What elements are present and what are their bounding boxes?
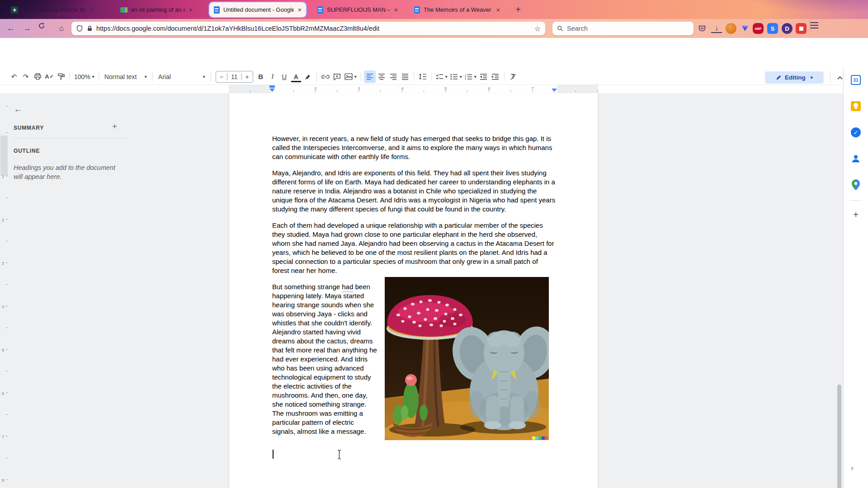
search-bar[interactable]: Search <box>552 22 693 35</box>
left-indent-marker[interactable] <box>269 89 275 92</box>
italic-button[interactable]: I <box>267 70 278 83</box>
zoom-select[interactable]: 100%▾ <box>73 70 96 83</box>
align-center-button[interactable] <box>376 70 387 83</box>
toolbar-separator <box>70 72 70 81</box>
paragraph[interactable]: Each of them had developed a unique rela… <box>272 221 556 275</box>
bold-button[interactable]: B <box>255 70 267 83</box>
paragraph-text[interactable]: been happening lately. Maya started hear… <box>272 283 377 435</box>
undo-button[interactable]: ↶ <box>8 70 20 83</box>
font-select[interactable]: Arial▾ <box>156 70 208 83</box>
paragraph-text[interactable]: But something strange <box>272 283 342 291</box>
font-size-stepper[interactable]: − 11 + <box>216 71 253 83</box>
tab-untitled-document-active[interactable]: Untitled document - Google Doc × <box>209 2 306 17</box>
close-icon[interactable]: × <box>393 6 399 14</box>
text-color-button[interactable]: A <box>290 70 302 83</box>
clear-formatting-button[interactable] <box>507 70 519 83</box>
menu-hamburger-icon[interactable] <box>810 22 823 35</box>
add-summary-icon[interactable]: + <box>112 122 117 131</box>
tasks-icon[interactable]: ✓ <box>850 127 862 138</box>
bulleted-list-button[interactable]: ▾ <box>449 70 463 83</box>
numbered-list-button[interactable]: 123 ▾ <box>463 70 478 83</box>
maps-icon[interactable] <box>850 179 862 191</box>
add-addon-icon[interactable]: + <box>850 209 862 221</box>
vertical-scrollbar-thumb[interactable] <box>837 385 841 488</box>
redo-button[interactable]: ↷ <box>20 70 32 83</box>
align-right-button[interactable] <box>387 70 399 83</box>
close-icon[interactable]: × <box>297 6 302 14</box>
toolbar-separator <box>316 72 317 81</box>
toolbar-separator <box>414 72 414 81</box>
browser-nav-bar: ← → ⌂ https://docs.google.com/document/d… <box>0 19 868 38</box>
document-text[interactable]: However, in recent years, a new field of… <box>272 134 556 444</box>
underline-button[interactable]: U <box>278 70 290 83</box>
checklist-button[interactable]: ▾ <box>434 70 449 83</box>
close-icon[interactable]: × <box>188 6 193 14</box>
pocket-icon[interactable] <box>697 23 708 34</box>
right-indent-marker[interactable] <box>552 89 557 92</box>
hide-side-panel-icon[interactable]: › <box>851 464 854 473</box>
contacts-icon[interactable] <box>850 153 862 164</box>
paragraph-style-select[interactable]: Normal text▾ <box>102 70 150 83</box>
lock-icon <box>87 25 93 32</box>
paragraph[interactable]: However, in recent years, a new field of… <box>272 134 556 161</box>
toolbar-separator <box>99 72 99 81</box>
paint-format-button[interactable] <box>55 70 67 83</box>
highlight-color-button[interactable] <box>302 70 314 83</box>
reload-button[interactable] <box>38 22 51 35</box>
keep-icon[interactable] <box>850 100 862 112</box>
url-bar[interactable]: https://docs.google.com/document/d/1Z1ok… <box>71 22 545 35</box>
print-button[interactable] <box>32 70 43 83</box>
forward-button[interactable]: → <box>21 22 33 35</box>
close-icon[interactable]: × <box>495 6 501 14</box>
stop-recorder-icon[interactable] <box>796 23 807 34</box>
align-left-button[interactable] <box>364 70 376 83</box>
ruler-ticks <box>229 90 598 92</box>
paragraph[interactable]: But something strange had been happening… <box>272 282 556 436</box>
increase-indent-button[interactable] <box>490 70 501 83</box>
adblock-plus-icon[interactable]: ABP <box>753 23 764 34</box>
bookmark-star-icon[interactable]: ☆ <box>534 24 541 33</box>
home-button[interactable]: ⌂ <box>55 22 68 35</box>
duckduckgo-icon[interactable]: D <box>782 23 793 34</box>
spellcheck-button[interactable]: A✓ <box>43 70 55 83</box>
paragraph[interactable]: Maya, Alejandro, and Idris are exponents… <box>272 169 556 214</box>
first-line-indent-marker[interactable] <box>269 85 275 88</box>
sessionbox-icon[interactable]: S <box>767 23 778 34</box>
align-justify-button[interactable] <box>399 70 411 83</box>
ruler-number: 7 <box>531 86 533 91</box>
tab-memoirs-weaver[interactable]: The Memoirs of a Weaver on Ho × <box>410 2 505 17</box>
insert-link-button[interactable] <box>320 70 331 83</box>
vertical-ruler[interactable]: 1 2 3 4 5 6 7 8 <box>0 93 8 488</box>
horizontal-ruler[interactable]: 1 2 3 4 5 6 7 <box>0 85 843 93</box>
inline-image-painting[interactable] <box>385 277 549 440</box>
image-thumbnail-icon <box>120 7 127 13</box>
new-tab-button[interactable]: + <box>512 4 524 16</box>
tab-superfluous-man[interactable]: SUPERFLUOUS MAN – Episode × <box>313 2 402 17</box>
privacy-badger-icon[interactable] <box>726 23 736 34</box>
document-page[interactable]: However, in recent years, a new field of… <box>229 93 598 488</box>
ruler-number: 5 <box>444 86 447 91</box>
tab-oil-painting[interactable]: an oil painting of an elephant sit × <box>117 2 197 17</box>
decrease-font-icon[interactable]: − <box>216 73 227 80</box>
search-placeholder[interactable]: Search <box>567 25 588 32</box>
toolbar-separator <box>830 71 830 83</box>
tab-intercomverse-puzzle[interactable]: ∗ Intercomverse Puzzle Solving. × <box>7 2 98 17</box>
close-icon[interactable]: × <box>89 6 94 14</box>
tab-title: Intercomverse Puzzle Solving. <box>21 6 85 13</box>
downloads-icon[interactable]: ↓ <box>711 24 722 33</box>
close-outline-panel-icon[interactable]: ← <box>14 104 23 114</box>
add-comment-button[interactable] <box>331 70 343 83</box>
decrease-indent-button[interactable] <box>478 70 490 83</box>
shield-icon <box>76 25 83 32</box>
ruler-number: 4 <box>2 304 4 309</box>
line-spacing-button[interactable] <box>417 70 429 83</box>
back-button[interactable]: ← <box>5 22 17 35</box>
editing-mode-select[interactable]: Editing ▾ <box>765 71 824 84</box>
url-text[interactable]: https://docs.google.com/document/d/1Z1ok… <box>96 25 531 32</box>
grammar-flagged-word[interactable]: had <box>342 283 353 291</box>
gem-extension-icon[interactable] <box>740 23 750 34</box>
font-size-value[interactable]: 11 <box>227 73 242 80</box>
increase-font-icon[interactable]: + <box>242 73 253 80</box>
calendar-icon[interactable]: 31 <box>850 74 862 86</box>
insert-image-button[interactable]: ▾ <box>343 70 358 83</box>
